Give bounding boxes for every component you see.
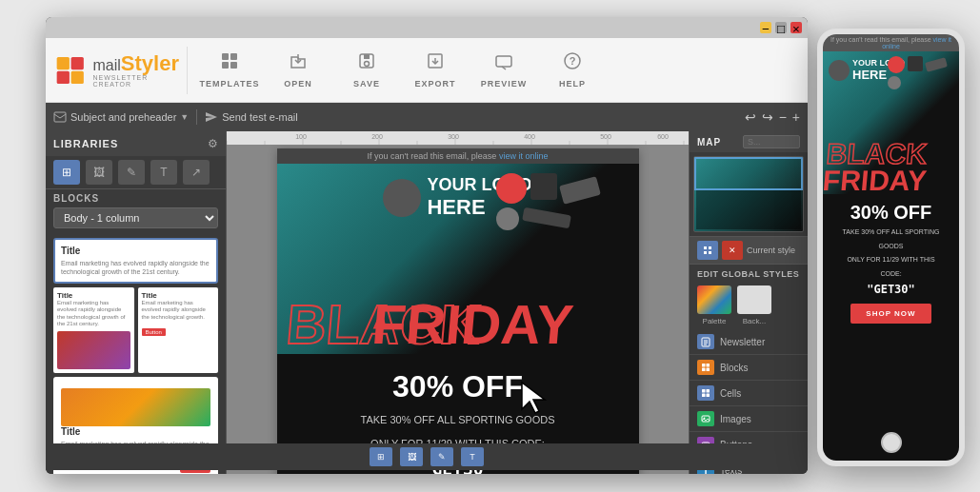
map-search-input[interactable] (743, 135, 800, 148)
phone-bottom (823, 424, 959, 461)
svg-rect-52 (702, 389, 706, 393)
sidebar-tab-text[interactable]: T (150, 160, 177, 185)
newsletter-icon (697, 334, 714, 349)
sidebar-tab-blocks[interactable]: ⊞ (53, 160, 80, 185)
block-thumb-2a[interactable]: Title Email marketing has evolved rapidl… (53, 287, 134, 373)
phone-desc2: GOODS (830, 242, 951, 252)
sidebar-title: LIBRARIES (53, 138, 118, 149)
blocks-label: BLOCKS (46, 189, 226, 207)
send-test-item[interactable]: Send test e-mail (205, 111, 297, 123)
sidebar-tab-share[interactable]: ↗ (183, 160, 210, 185)
sidebar-tab-edit[interactable]: ✎ (118, 160, 145, 185)
map-thumbnail (693, 156, 804, 232)
email-discount: 30% OFF (296, 369, 620, 404)
nav-images[interactable]: Images (690, 406, 808, 432)
svg-text:300: 300 (448, 133, 459, 140)
zoom-in-button[interactable]: + (792, 109, 800, 125)
phone-discount: 30% OFF (830, 202, 951, 224)
phone-desc3: ONLY FOR 11/29 WITH THIS (830, 255, 951, 266)
block-thumb-2a-image (57, 331, 130, 369)
open-button[interactable]: OPEN (264, 42, 332, 99)
logo-text: mail Styler NEWSLETTER CREATOR (93, 53, 180, 88)
background-item[interactable]: Back... (737, 285, 771, 325)
app-scene: − □ × mail Styler NEWSLETTER CREATOR (0, 0, 980, 492)
redo-button[interactable]: ↪ (762, 109, 773, 125)
phone-home-button[interactable] (881, 432, 902, 453)
maximize-button[interactable]: □ (775, 22, 787, 33)
map-style-add[interactable] (697, 241, 718, 260)
svg-rect-55 (707, 394, 710, 398)
map-style-delete[interactable]: ✕ (722, 241, 743, 260)
phone-bf-area: BLACK FRIDAY (823, 141, 959, 194)
svg-rect-43 (709, 251, 711, 254)
palette-label: Palette (703, 317, 727, 325)
svg-rect-40 (704, 246, 707, 249)
templates-label: TEMPLATES (200, 79, 260, 89)
logo-styler: Styler (121, 53, 179, 74)
templates-button[interactable]: TEMPLATES (195, 42, 264, 99)
templates-icon (220, 51, 239, 75)
block-thumb-3-image (61, 388, 210, 426)
sidebar-icon-row: ⊞ 🖼 ✎ T ↗ (46, 156, 226, 189)
nav-images-label: Images (720, 414, 751, 424)
nav-newsletter[interactable]: Newsletter (690, 329, 808, 355)
email-top-bar: If you can't read this email, please vie… (277, 148, 639, 164)
undo-button[interactable]: ↩ (745, 109, 756, 125)
export-button[interactable]: EXPORT (401, 42, 470, 99)
open-icon (289, 51, 308, 75)
save-button[interactable]: SAVE (332, 42, 401, 99)
right-panel: MAP ✕ Current style EDIT GLOBAL STYLES (689, 131, 808, 474)
svg-rect-7 (230, 62, 237, 69)
svg-text:?: ? (570, 55, 576, 67)
svg-rect-10 (364, 54, 370, 59)
palette-item[interactable]: Palette (697, 285, 731, 325)
svg-rect-53 (707, 389, 710, 393)
open-label: OPEN (284, 79, 312, 89)
palette-swatch (697, 285, 731, 314)
app-window: − □ × mail Styler NEWSLETTER CREATOR (46, 17, 808, 474)
sidebar-tab-images[interactable]: 🖼 (86, 160, 112, 185)
nav-blocks[interactable]: Blocks (690, 355, 808, 381)
svg-rect-54 (702, 394, 706, 398)
nav-newsletter-label: Newsletter (720, 337, 765, 347)
help-label: HELP (559, 79, 586, 89)
nav-cells[interactable]: Cells (690, 381, 808, 406)
svg-text:500: 500 (600, 133, 611, 140)
block-thumb-2b-btn[interactable]: Button (142, 328, 166, 336)
map-title: MAP (697, 137, 721, 148)
cells-icon (697, 385, 714, 401)
map-style-label: Current style (747, 246, 795, 255)
phone-desc4: CODE: (830, 269, 951, 280)
svg-rect-2 (57, 70, 70, 83)
zoom-out-button[interactable]: − (779, 109, 787, 125)
map-style-bar: ✕ Current style (690, 236, 808, 265)
bottom-toolbar: ⊞ 🖼 ✎ T (689, 443, 808, 470)
sidebar-settings-icon[interactable]: ⚙ (208, 137, 218, 150)
svg-rect-50 (702, 368, 706, 372)
view-online-link[interactable]: view it online (499, 151, 549, 161)
sidebar-header: LIBRARIES ⚙ (46, 131, 226, 156)
save-label: SAVE (353, 79, 380, 89)
preview-button[interactable]: PREVIEW (470, 42, 538, 99)
minimize-button[interactable]: − (760, 22, 771, 33)
phone-bf-friday: FRIDAY (823, 167, 928, 193)
save-icon (357, 51, 376, 75)
email-hero: your logo HERE BLACK FRIDAY (277, 164, 639, 354)
close-button[interactable]: × (790, 22, 802, 33)
background-swatch (737, 285, 771, 314)
help-button[interactable]: ? HELP (538, 42, 607, 99)
nav-blocks-label: Blocks (720, 363, 748, 373)
block-thumb-row: Title Email marketing has evolved rapidl… (53, 287, 218, 373)
blocks-icon (697, 360, 714, 375)
phone-logo-circle (829, 60, 850, 81)
left-sidebar: LIBRARIES ⚙ ⊞ 🖼 ✎ T ↗ BLOCKS Body - 1 co… (46, 131, 227, 474)
phone-cta-button[interactable]: SHOP NOW (850, 304, 930, 324)
background-label: Back... (743, 317, 766, 325)
block-thumb-1[interactable]: Title Email marketing has evolved rapidl… (53, 238, 218, 284)
block-thumb-2b[interactable]: Title Email marketing has evolved rapidl… (138, 287, 219, 373)
subject-item[interactable]: Subject and preheader ▼ (53, 111, 189, 123)
phone-code: "GET30" (830, 283, 951, 296)
svg-rect-0 (57, 56, 70, 69)
bf-friday-text: FRIDAY (370, 300, 574, 349)
blocks-select[interactable]: Body - 1 column (53, 207, 218, 228)
